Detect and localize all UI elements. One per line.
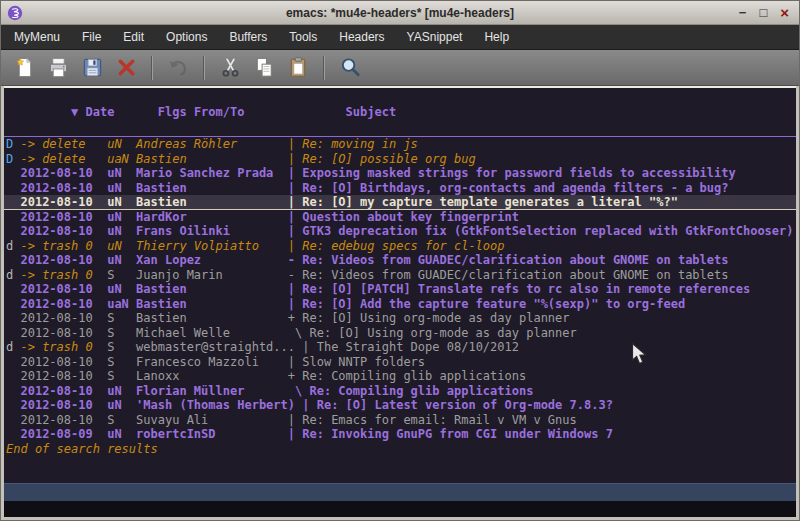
message-row[interactable]: 2012-08-10 uN Bastien | Re: [O] [PATCH] … <box>4 282 796 297</box>
menu-item-edit[interactable]: Edit <box>112 25 155 49</box>
menu-item-tools[interactable]: Tools <box>278 25 328 49</box>
message-mark <box>6 355 20 369</box>
message-row[interactable]: 2012-08-10 S Francesco Mazzoli | Slow NN… <box>4 355 796 370</box>
message-mark <box>6 427 20 441</box>
message-row[interactable]: d -> trash 0 S webmaster@straightd... | … <box>4 340 796 355</box>
menu-item-headers[interactable]: Headers <box>328 25 395 49</box>
message-date: 2012-08-10 <box>20 210 107 224</box>
menu-item-buffers[interactable]: Buffers <box>218 25 278 49</box>
message-row[interactable]: 2012-08-10 uN HardKor | Question about k… <box>4 210 796 225</box>
from-to-column[interactable]: From/To <box>194 105 245 119</box>
close-buffer-button[interactable] <box>111 53 141 83</box>
paste-icon <box>287 56 310 79</box>
message-row[interactable]: 2012-08-10 uN Frans Oilinki | GTK3 depre… <box>4 224 796 239</box>
message-subject: - Re: Videos from GUADEC/clarification a… <box>288 268 729 282</box>
message-row[interactable]: 2012-08-10 uN Bastien | Re: [O] my captu… <box>4 195 796 210</box>
message-flags: uaN <box>107 152 136 166</box>
message-row[interactable]: d -> trash 0 uN Thierry Volpiatto | Re: … <box>4 239 796 254</box>
message-subject: | The Straight Dope 08/10/2012 <box>302 340 519 354</box>
message-subject: | GTK3 deprecation fix (GtkFontSelection… <box>288 224 794 238</box>
message-from: Bastien <box>136 152 288 166</box>
menu-item-help[interactable]: Help <box>473 25 520 49</box>
message-row[interactable]: 2012-08-10 uaN Bastien | Re: [O] Add the… <box>4 297 796 312</box>
message-row[interactable]: 2012-08-10 S Michael Welle \ Re: [O] Usi… <box>4 326 796 341</box>
message-mark <box>6 253 20 267</box>
message-subject: | Re: Invoking GnuPG from CGI under Wind… <box>288 427 613 441</box>
echo-area[interactable] <box>4 501 796 517</box>
message-date: 2012-08-10 <box>20 326 107 340</box>
message-from: Bastien <box>136 195 288 209</box>
flags-column[interactable]: Flgs <box>158 105 187 119</box>
menu-item-yasnippet[interactable]: YASnippet <box>396 25 474 49</box>
message-flags: S <box>107 355 136 369</box>
message-subject: | Re: Emacs for email: Rmail v VM v Gnus <box>288 413 577 427</box>
emacs-frame: ▼ Date Flgs From/To Subject D -> delete … <box>4 86 796 517</box>
message-mark <box>6 369 20 383</box>
tool-bar <box>1 50 799 86</box>
message-subject: | Re: [O] [PATCH] Translate refs to rc a… <box>288 282 750 296</box>
message-date: 2012-08-10 <box>20 181 107 195</box>
message-flags: S <box>107 369 136 383</box>
print-button[interactable] <box>43 53 73 83</box>
close-buffer-icon <box>115 56 138 79</box>
menu-item-file[interactable]: File <box>71 25 112 49</box>
minimize-button[interactable]: − <box>739 5 747 21</box>
message-flags: uN <box>107 384 136 398</box>
cut-button[interactable] <box>215 53 245 83</box>
menu-item-options[interactable]: Options <box>155 25 218 49</box>
maximize-button[interactable]: □ <box>759 5 767 21</box>
menu-bar: MyMenu File Edit Options Buffers Tools H… <box>1 25 799 50</box>
message-mark: D <box>6 137 20 151</box>
message-row[interactable]: 2012-08-10 S Bastien + Re: [O] Using org… <box>4 311 796 326</box>
menu-item-mymenu[interactable]: MyMenu <box>3 25 71 49</box>
message-date: 2012-08-10 <box>20 166 107 180</box>
header-gap <box>187 105 194 119</box>
message-subject: | Re: [O] Birthdays, org-contacts and ag… <box>288 181 729 195</box>
cut-icon <box>219 56 242 79</box>
message-row[interactable]: 2012-08-09 uN robertcInSD | Re: Invoking… <box>4 427 796 442</box>
message-row[interactable]: 2012-08-10 uN Mario Sanchez Prada | Expo… <box>4 166 796 181</box>
message-subject: \ Re: Compiling glib applications <box>288 384 534 398</box>
message-row[interactable]: 2012-08-10 uN Bastien | Re: [O] Birthday… <box>4 181 796 196</box>
close-button[interactable]: × <box>780 5 789 21</box>
message-row[interactable]: D -> delete uaN Bastien | Re: [O] possib… <box>4 152 796 167</box>
new-file-button[interactable] <box>9 53 39 83</box>
search-button[interactable] <box>335 53 365 83</box>
message-row[interactable]: 2012-08-10 uN 'Mash (Thomas Herbert) | R… <box>4 398 796 413</box>
undo-button[interactable] <box>163 53 193 83</box>
message-date: -> trash 0 <box>20 239 107 253</box>
message-from: Bastien <box>136 297 288 311</box>
mu4e-headers-buffer[interactable]: ▼ Date Flgs From/To Subject D -> delete … <box>4 88 796 483</box>
message-subject: | Re: [O] Add the capture feature "%(sex… <box>288 297 685 311</box>
message-flags: uaN <box>107 297 136 311</box>
message-from: webmaster@straightd... <box>136 340 302 354</box>
message-from: Andreas Röhler <box>136 137 288 151</box>
message-row[interactable]: 2012-08-10 uN Florian Müllner \ Re: Comp… <box>4 384 796 399</box>
message-subject: | Re: edebug specs for cl-loop <box>288 239 505 253</box>
save-icon <box>81 56 104 79</box>
message-row[interactable]: 2012-08-10 S Suvayu Ali | Re: Emacs for … <box>4 413 796 428</box>
subject-column[interactable]: Subject <box>346 105 397 119</box>
paste-button[interactable] <box>283 53 313 83</box>
message-mark <box>6 297 20 311</box>
message-row[interactable]: D -> delete uN Andreas Röhler | Re: movi… <box>4 137 796 152</box>
message-row[interactable]: d -> trash 0 S Juanjo Marin - Re: Videos… <box>4 268 796 283</box>
toolbar-separator <box>323 56 325 80</box>
message-date: 2012-08-10 <box>20 195 107 209</box>
message-date: 2012-08-10 <box>20 355 107 369</box>
message-date: 2012-08-10 <box>20 384 107 398</box>
message-flags: uN <box>107 210 136 224</box>
title-bar[interactable]: emacs: *mu4e-headers* [mu4e-headers] − □… <box>1 1 799 25</box>
message-row[interactable]: 2012-08-10 uN Xan Lopez - Re: Videos fro… <box>4 253 796 268</box>
copy-button[interactable] <box>249 53 279 83</box>
message-row[interactable]: 2012-08-10 S Lanoxx + Re: Compiling glib… <box>4 369 796 384</box>
copy-icon <box>253 56 276 79</box>
headers-column-header[interactable]: ▼ Date Flgs From/To Subject <box>4 88 796 137</box>
save-button[interactable] <box>77 53 107 83</box>
message-from: Michael Welle <box>136 326 288 340</box>
mode-line[interactable]: *mu4e-headers* ( 5, 0) [All/2.0k] [mu4e-… <box>4 483 796 501</box>
header-gap <box>114 105 157 119</box>
message-mark <box>6 326 20 340</box>
sort-date-column[interactable]: ▼ Date <box>64 105 115 119</box>
message-flags: uN <box>107 195 136 209</box>
